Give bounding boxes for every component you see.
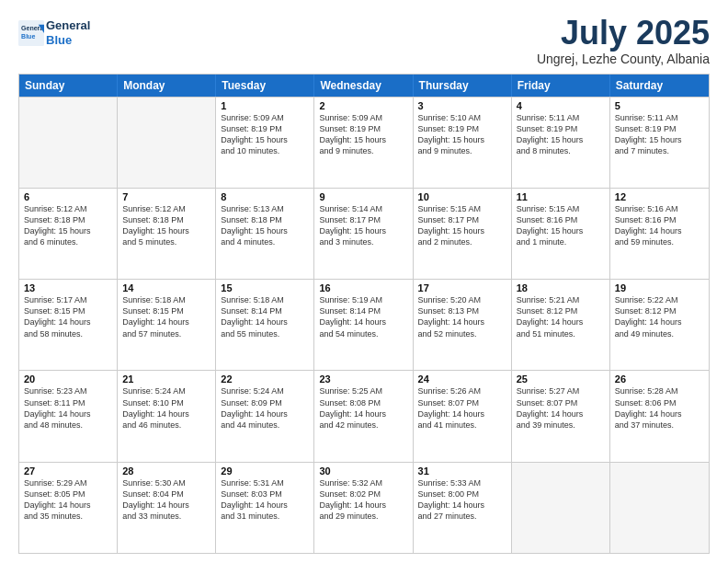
calendar-day-25: 25Sunrise: 5:27 AMSunset: 8:07 PMDayligh… (512, 371, 610, 461)
cell-info-line: and 46 minutes. (122, 419, 210, 431)
calendar-body: 1Sunrise: 5:09 AMSunset: 8:19 PMDaylight… (19, 97, 709, 553)
cell-info-line: Daylight: 14 hours (319, 500, 407, 511)
weekday-header-monday: Monday (118, 75, 216, 97)
cell-info-line: Sunrise: 5:21 AM (517, 294, 605, 305)
cell-info-line: and 42 minutes. (319, 419, 407, 431)
cell-info-line: and 58 minutes. (24, 328, 112, 339)
calendar-day-26: 26Sunrise: 5:28 AMSunset: 8:06 PMDayligh… (610, 371, 709, 461)
day-number: 20 (24, 373, 112, 385)
cell-info-line: and 6 minutes. (24, 236, 112, 247)
cell-info-line: Sunset: 8:15 PM (24, 305, 112, 316)
calendar-day-15: 15Sunrise: 5:18 AMSunset: 8:14 PMDayligh… (216, 280, 314, 370)
day-number: 30 (319, 465, 407, 477)
cell-info-line: and 49 minutes. (615, 328, 704, 339)
calendar-row-4: 20Sunrise: 5:23 AMSunset: 8:11 PMDayligh… (19, 370, 709, 461)
cell-info-line: Daylight: 14 hours (418, 500, 506, 511)
cell-info-line: Daylight: 15 hours (418, 134, 506, 145)
cell-info-line: Sunrise: 5:24 AM (221, 385, 309, 396)
logo: General Blue General Blue (18, 18, 90, 47)
cell-info-line: Daylight: 14 hours (221, 500, 309, 511)
calendar-day-12: 12Sunrise: 5:16 AMSunset: 8:16 PMDayligh… (610, 189, 709, 279)
calendar-day-3: 3Sunrise: 5:10 AMSunset: 8:19 PMDaylight… (414, 98, 512, 188)
cell-info-line: and 9 minutes. (418, 145, 506, 156)
day-number: 17 (418, 282, 506, 293)
day-number: 15 (221, 282, 309, 293)
cell-info-line: Sunset: 8:14 PM (319, 305, 407, 316)
cell-info-line: and 48 minutes. (24, 419, 112, 431)
cell-info-line: Sunset: 8:19 PM (221, 123, 309, 134)
weekday-header-wednesday: Wednesday (314, 75, 413, 97)
calendar-cell-empty (512, 463, 610, 553)
cell-info-line: and 59 minutes. (615, 236, 704, 247)
cell-info-line: Sunset: 8:14 PM (221, 305, 309, 316)
cell-info-line: Daylight: 15 hours (615, 134, 704, 145)
cell-info-line: and 27 minutes. (418, 511, 506, 522)
weekday-header-saturday: Saturday (610, 75, 709, 97)
cell-info-line: Daylight: 15 hours (221, 134, 309, 145)
cell-info-line: and 31 minutes. (221, 511, 309, 522)
calendar-day-31: 31Sunrise: 5:33 AMSunset: 8:00 PMDayligh… (414, 463, 512, 553)
cell-info-line: and 41 minutes. (418, 419, 506, 431)
cell-info-line: and 55 minutes. (221, 328, 309, 339)
cell-info-line: Daylight: 15 hours (319, 225, 407, 236)
weekday-header-friday: Friday (512, 75, 610, 97)
cell-info-line: Sunset: 8:06 PM (615, 397, 704, 408)
calendar-day-5: 5Sunrise: 5:11 AMSunset: 8:19 PMDaylight… (610, 98, 709, 188)
day-number: 2 (319, 100, 407, 111)
calendar-day-7: 7Sunrise: 5:12 AMSunset: 8:18 PMDaylight… (118, 189, 216, 279)
cell-info-line: Sunset: 8:12 PM (517, 305, 605, 316)
cell-info-line: and 44 minutes. (221, 419, 309, 431)
month-title: July 2025 (537, 15, 710, 52)
cell-info-line: and 39 minutes. (517, 419, 605, 431)
cell-info-line: Sunrise: 5:26 AM (418, 385, 506, 396)
cell-info-line: Sunrise: 5:09 AM (319, 112, 407, 123)
cell-info-line: Daylight: 14 hours (122, 316, 210, 327)
cell-info-line: and 54 minutes. (319, 328, 407, 339)
cell-info-line: Sunset: 8:10 PM (122, 397, 210, 408)
cell-info-line: Sunrise: 5:15 AM (517, 203, 605, 214)
cell-info-line: Sunset: 8:16 PM (615, 214, 704, 225)
cell-info-line: Daylight: 15 hours (517, 134, 605, 145)
day-number: 9 (319, 191, 407, 202)
day-number: 19 (615, 282, 704, 293)
calendar-day-4: 4Sunrise: 5:11 AMSunset: 8:19 PMDaylight… (512, 98, 610, 188)
cell-info-line: Sunrise: 5:20 AM (418, 294, 506, 305)
cell-info-line: and 37 minutes. (615, 419, 704, 431)
cell-info-line: Sunrise: 5:18 AM (221, 294, 309, 305)
day-number: 1 (221, 100, 309, 111)
cell-info-line: Sunrise: 5:12 AM (122, 203, 210, 214)
cell-info-line: Daylight: 15 hours (24, 225, 112, 236)
calendar-day-27: 27Sunrise: 5:29 AMSunset: 8:05 PMDayligh… (19, 463, 118, 553)
calendar-day-17: 17Sunrise: 5:20 AMSunset: 8:13 PMDayligh… (414, 280, 512, 370)
calendar-day-1: 1Sunrise: 5:09 AMSunset: 8:19 PMDaylight… (216, 98, 314, 188)
cell-info-line: Daylight: 14 hours (24, 316, 112, 327)
cell-info-line: Daylight: 14 hours (615, 316, 704, 327)
cell-info-line: Daylight: 15 hours (122, 225, 210, 236)
cell-info-line: Sunrise: 5:29 AM (24, 477, 112, 488)
day-number: 11 (517, 191, 605, 202)
cell-info-line: Sunrise: 5:09 AM (221, 112, 309, 123)
cell-info-line: Sunset: 8:12 PM (615, 305, 704, 316)
cell-info-line: Sunrise: 5:31 AM (221, 477, 309, 488)
cell-info-line: Sunrise: 5:16 AM (615, 203, 704, 214)
cell-info-line: Sunrise: 5:23 AM (24, 385, 112, 396)
cell-info-line: and 8 minutes. (517, 145, 605, 156)
cell-info-line: and 1 minute. (517, 236, 605, 247)
calendar-row-3: 13Sunrise: 5:17 AMSunset: 8:15 PMDayligh… (19, 279, 709, 370)
calendar-cell-empty (610, 463, 709, 553)
cell-info-line: Sunset: 8:04 PM (122, 488, 210, 500)
cell-info-line: Sunrise: 5:30 AM (122, 477, 210, 488)
calendar-day-23: 23Sunrise: 5:25 AMSunset: 8:08 PMDayligh… (314, 371, 413, 461)
calendar-day-14: 14Sunrise: 5:18 AMSunset: 8:15 PMDayligh… (118, 280, 216, 370)
cell-info-line: Sunset: 8:17 PM (319, 214, 407, 225)
cell-info-line: Sunset: 8:09 PM (221, 397, 309, 408)
cell-info-line: Daylight: 14 hours (418, 316, 506, 327)
cell-info-line: Sunrise: 5:15 AM (418, 203, 506, 214)
cell-info-line: Daylight: 14 hours (122, 500, 210, 511)
day-number: 26 (615, 373, 704, 385)
cell-info-line: Sunset: 8:15 PM (122, 305, 210, 316)
weekday-header-sunday: Sunday (19, 75, 118, 97)
cell-info-line: Sunset: 8:11 PM (24, 397, 112, 408)
cell-info-line: Daylight: 14 hours (517, 408, 605, 419)
cell-info-line: Daylight: 14 hours (418, 408, 506, 419)
